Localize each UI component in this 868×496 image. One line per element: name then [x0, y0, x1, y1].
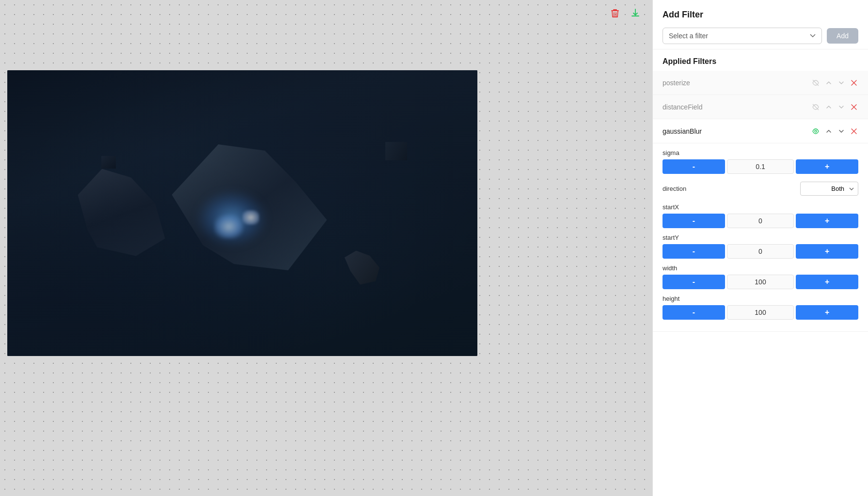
width-plus-btn[interactable]: +	[796, 275, 858, 289]
param-startY: startY - 0 +	[663, 234, 858, 259]
posterize-delete-btn[interactable]	[850, 78, 858, 87]
add-filter-section: Add Filter Select a filter Blur Posteriz…	[653, 0, 868, 49]
param-sigma: sigma - 0.1 +	[663, 149, 858, 174]
delete-button[interactable]	[608, 6, 622, 20]
canvas-area	[0, 0, 652, 496]
posterize-down-btn[interactable]	[837, 78, 846, 87]
right-panel: Add Filter Select a filter Blur Posteriz…	[652, 0, 868, 496]
svg-point-2	[815, 130, 817, 132]
startY-control: - 0 +	[663, 244, 858, 259]
add-filter-title: Add Filter	[663, 10, 858, 20]
filter-select[interactable]: Select a filter Blur Posterize Distance …	[663, 28, 822, 44]
param-width: width - 100 +	[663, 264, 858, 289]
startX-value: 0	[727, 214, 794, 228]
gaussianBlur-delete-btn[interactable]	[850, 127, 858, 136]
distanceField-visibility-btn[interactable]	[811, 102, 821, 112]
filter-name-gaussianBlur: gaussianBlur	[663, 127, 811, 135]
sigma-value: 0.1	[727, 159, 794, 174]
posterize-visibility-btn[interactable]	[811, 78, 821, 88]
download-button[interactable]	[628, 6, 643, 20]
image-preview	[7, 70, 477, 356]
svg-line-0	[813, 80, 819, 86]
sigma-minus-btn[interactable]: -	[663, 159, 725, 174]
startX-plus-btn[interactable]: +	[796, 214, 858, 228]
filter-actions-gaussianBlur	[811, 126, 858, 136]
gaussianBlur-params: sigma - 0.1 + direction Both Horizontal …	[653, 143, 868, 332]
startY-value: 0	[727, 244, 794, 259]
filter-name-distanceField: distanceField	[663, 103, 811, 111]
filter-item-distanceField: distanceField	[653, 95, 868, 119]
width-control: - 100 +	[663, 275, 858, 289]
rock-scene	[7, 70, 477, 356]
gaussianBlur-up-btn[interactable]	[824, 127, 833, 136]
height-minus-btn[interactable]: -	[663, 305, 725, 320]
sigma-label: sigma	[663, 149, 858, 156]
sigma-plus-btn[interactable]: +	[796, 159, 858, 174]
distanceField-delete-btn[interactable]	[850, 103, 858, 111]
param-height: height - 100 +	[663, 295, 858, 320]
canvas-toolbar	[608, 6, 643, 20]
height-plus-btn[interactable]: +	[796, 305, 858, 320]
sigma-control: - 0.1 +	[663, 159, 858, 174]
startY-label: startY	[663, 234, 858, 241]
gaussianBlur-visibility-btn[interactable]	[811, 126, 821, 136]
height-control: - 100 +	[663, 305, 858, 320]
height-label: height	[663, 295, 858, 302]
distanceField-down-btn[interactable]	[837, 103, 846, 111]
height-value: 100	[727, 305, 794, 320]
param-startX: startX - 0 +	[663, 203, 858, 228]
add-filter-button[interactable]: Add	[827, 28, 858, 44]
filter-actions-distanceField	[811, 102, 858, 112]
svg-line-1	[813, 104, 819, 110]
startX-control: - 0 +	[663, 214, 858, 228]
filter-item-gaussianBlur: gaussianBlur	[653, 119, 868, 143]
startY-plus-btn[interactable]: +	[796, 244, 858, 259]
distanceField-up-btn[interactable]	[824, 103, 833, 111]
startX-minus-btn[interactable]: -	[663, 214, 725, 228]
param-direction: direction Both Horizontal Vertical	[663, 180, 858, 198]
direction-label: direction	[663, 185, 686, 192]
width-minus-btn[interactable]: -	[663, 275, 725, 289]
posterize-up-btn[interactable]	[824, 78, 833, 87]
startX-label: startX	[663, 203, 858, 211]
gaussianBlur-down-btn[interactable]	[837, 127, 846, 136]
width-label: width	[663, 264, 858, 272]
applied-filters-title: Applied Filters	[653, 49, 868, 71]
filter-actions-posterize	[811, 78, 858, 88]
add-filter-row: Select a filter Blur Posterize Distance …	[663, 28, 858, 44]
width-value: 100	[727, 275, 794, 289]
filter-name-posterize: posterize	[663, 79, 811, 87]
direction-select[interactable]: Both Horizontal Vertical	[800, 182, 858, 196]
startY-minus-btn[interactable]: -	[663, 244, 725, 259]
filter-item-posterize: posterize	[653, 71, 868, 95]
